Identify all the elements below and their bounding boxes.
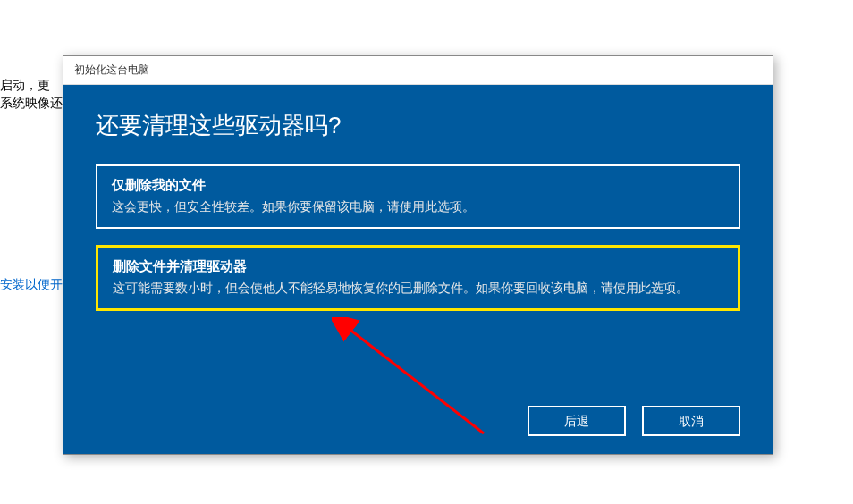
option-clean-drive[interactable]: 删除文件并清理驱动器 这可能需要数小时，但会使他人不能轻易地恢复你的已删除文件。… — [96, 245, 740, 311]
dialog-button-row: 后退 取消 — [528, 406, 740, 436]
option-desc: 这会更快，但安全性较差。如果你要保留该电脑，请使用此选项。 — [112, 197, 724, 216]
background-link[interactable]: 安装以便开 — [0, 277, 63, 293]
background-text-line2: 系统映像还 — [0, 93, 63, 113]
dialog-title: 初始化这台电脑 — [74, 63, 149, 78]
option-title: 仅删除我的文件 — [112, 177, 724, 194]
svg-line-0 — [348, 328, 484, 433]
back-button[interactable]: 后退 — [528, 406, 626, 436]
option-desc: 这可能需要数小时，但会使他人不能轻易地恢复你的已删除文件。如果你要回收该电脑，请… — [113, 279, 723, 298]
option-remove-files-only[interactable]: 仅删除我的文件 这会更快，但安全性较差。如果你要保留该电脑，请使用此选项。 — [96, 164, 740, 229]
dialog-body: 还要清理这些驱动器吗? 仅删除我的文件 这会更快，但安全性较差。如果你要保留该电… — [63, 85, 773, 454]
annotation-arrow-icon — [332, 317, 511, 442]
dialog-titlebar: 初始化这台电脑 — [63, 56, 773, 85]
cancel-button[interactable]: 取消 — [642, 406, 740, 436]
option-title: 删除文件并清理驱动器 — [113, 258, 723, 275]
dialog-heading: 还要清理这些驱动器吗? — [96, 110, 740, 141]
reset-pc-dialog: 初始化这台电脑 还要清理这些驱动器吗? 仅删除我的文件 这会更快，但安全性较差。… — [63, 55, 773, 455]
